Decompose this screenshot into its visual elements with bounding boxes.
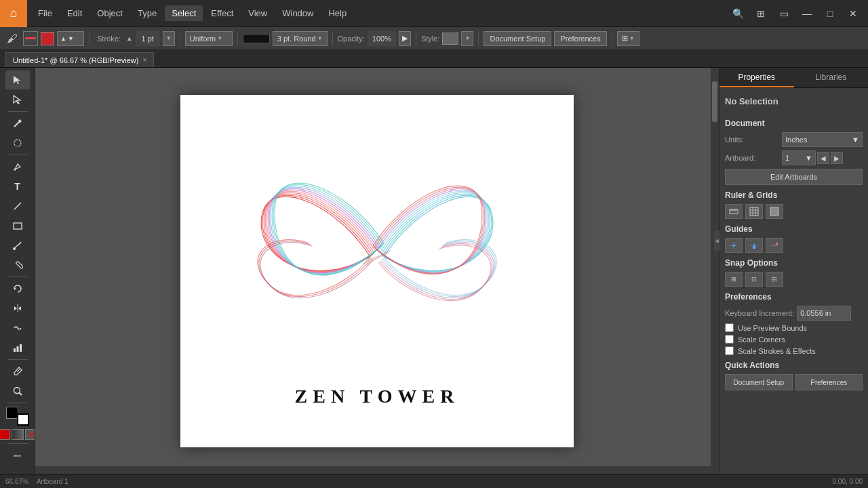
document-section-title: Document — [725, 119, 863, 128]
scale-corners-label[interactable]: Scale Corners — [738, 336, 785, 344]
snap-to-pixel-button[interactable]: ⊟ — [766, 272, 783, 287]
menu-right-icons: 🔍 ⊞ ▭ — □ ✕ — [728, 4, 868, 23]
separator-3 — [237, 32, 238, 45]
weight-dropdown-arrow[interactable]: ▼ — [163, 31, 175, 46]
guides-title: Guides — [725, 224, 863, 234]
show-guides-button[interactable] — [725, 238, 743, 253]
style-dropdown[interactable]: ▼ — [461, 31, 473, 46]
warp-tool[interactable] — [5, 319, 30, 338]
opacity-input[interactable] — [368, 31, 396, 46]
artboard-prev-button[interactable]: ◀ — [817, 152, 829, 164]
rotate-tool[interactable] — [5, 279, 30, 298]
units-dropdown[interactable]: Inches ▼ — [782, 132, 863, 147]
stroke-color-swatch[interactable] — [23, 31, 38, 46]
home-button[interactable]: ⌂ — [0, 0, 27, 27]
menu-view[interactable]: View — [241, 5, 274, 21]
reflect-tool[interactable] — [5, 299, 30, 318]
magic-wand-tool[interactable] — [5, 114, 30, 133]
menu-type[interactable]: Type — [131, 5, 163, 21]
edit-artboards-button[interactable]: Edit Artboards — [725, 169, 863, 185]
grid-button[interactable] — [745, 204, 763, 219]
snap-to-grid-button[interactable]: ⊞ — [725, 272, 743, 287]
menu-file[interactable]: File — [31, 5, 59, 21]
line-tool[interactable] — [5, 197, 30, 216]
guides-icons — [725, 238, 863, 253]
preferences-toolbar-button[interactable]: Preferences — [554, 31, 606, 46]
eyedropper-tool[interactable] — [5, 362, 30, 381]
lasso-tool[interactable] — [5, 134, 30, 152]
use-preview-bounds-checkbox[interactable] — [725, 323, 734, 332]
keyboard-increment-input[interactable] — [797, 306, 851, 321]
stroke-weight-up[interactable]: ▲ — [126, 35, 133, 42]
scroll-thumb-v[interactable] — [712, 81, 717, 122]
fill-stroke-colors[interactable] — [6, 407, 29, 426]
menu-object[interactable]: Object — [90, 5, 130, 21]
artboard-row: Artboard: 1 ▼ ◀ ▶ — [725, 150, 863, 165]
document-setup-button[interactable]: Document Setup — [484, 31, 551, 46]
preferences-quick-button[interactable]: Preferences — [795, 374, 863, 390]
artboard-select[interactable]: 1 ▼ — [782, 150, 816, 165]
menu-edit[interactable]: Edit — [60, 5, 89, 21]
panel-collapse-handle[interactable]: ◀ — [714, 230, 719, 251]
menu-select[interactable]: Select — [165, 5, 203, 21]
panel-arrange-icon[interactable]: ▭ — [774, 4, 793, 23]
menu-effect[interactable]: Effect — [204, 5, 240, 21]
scale-corners-row: Scale Corners — [725, 335, 863, 344]
rectangle-tool[interactable] — [5, 216, 30, 235]
stroke-weight-input[interactable] — [136, 31, 160, 46]
direct-selection-tool[interactable] — [5, 90, 30, 109]
more-tools[interactable]: ••• — [5, 446, 30, 465]
tab-close-button[interactable]: × — [142, 56, 146, 64]
separator-7 — [612, 32, 612, 45]
lock-guides-button[interactable] — [745, 238, 763, 253]
horizontal-scrollbar[interactable] — [35, 466, 711, 474]
style-swatch[interactable] — [442, 33, 458, 45]
use-preview-bounds-label[interactable]: Use Preview Bounds — [738, 324, 807, 332]
gradient-mode[interactable] — [12, 429, 24, 440]
graph-tool[interactable] — [5, 338, 30, 357]
opacity-arrow[interactable]: ▶ — [399, 31, 411, 46]
menu-items: File Edit Object Type Select Effect View… — [27, 5, 357, 21]
zoom-tool[interactable] — [5, 382, 30, 401]
solid-color-mode[interactable] — [0, 429, 10, 440]
tab-libraries[interactable]: Libraries — [794, 68, 869, 87]
clear-guides-button[interactable] — [766, 238, 783, 253]
maximize-button[interactable]: □ — [821, 4, 840, 23]
search-icon[interactable]: 🔍 — [728, 4, 747, 23]
svg-line-3 — [14, 203, 21, 209]
pixel-grid-button[interactable] — [766, 204, 783, 219]
menu-help[interactable]: Help — [321, 5, 353, 21]
infinity-artwork — [235, 155, 519, 359]
type-tool[interactable]: T — [5, 177, 30, 196]
svg-rect-4 — [14, 223, 22, 229]
tab-properties[interactable]: Properties — [719, 68, 794, 87]
scale-corners-checkbox[interactable] — [725, 335, 734, 344]
pencil-tool[interactable] — [5, 256, 30, 274]
arrange-button[interactable]: ⊞ ▼ — [617, 31, 639, 46]
uniform-dropdown[interactable]: Uniform ▼ — [185, 31, 233, 46]
document-setup-quick-button[interactable]: Document Setup — [725, 374, 793, 390]
fill-color-swatch[interactable] — [41, 32, 54, 45]
artboard-nav: 1 ▼ ◀ ▶ — [782, 150, 843, 165]
scale-strokes-checkbox[interactable] — [725, 346, 734, 355]
snap-to-point-button[interactable]: ⊡ — [745, 272, 763, 287]
scale-strokes-label[interactable]: Scale Strokes & Effects — [738, 347, 816, 355]
rulers-button[interactable] — [725, 204, 743, 219]
artboard-next-button[interactable]: ▶ — [831, 152, 843, 164]
vertical-scrollbar[interactable] — [711, 68, 719, 474]
stroke-color-indicator[interactable] — [17, 413, 29, 426]
canvas-area[interactable]: ZEN TOWER — [35, 68, 719, 474]
none-color-mode[interactable]: ✕ — [25, 429, 36, 440]
selection-tool[interactable] — [5, 70, 30, 89]
cap-dropdown[interactable]: 3 pt. Round ▼ — [273, 31, 328, 46]
svg-rect-11 — [20, 344, 22, 352]
close-button[interactable]: ✕ — [844, 4, 863, 23]
document-tab[interactable]: Untitled-1* @ 66.67 % (RGB/Preview) × — [5, 52, 154, 67]
pen-tool[interactable] — [5, 157, 30, 176]
menu-window[interactable]: Window — [275, 5, 320, 21]
minimize-button[interactable]: — — [797, 4, 816, 23]
svg-rect-6 — [16, 261, 23, 268]
paintbrush-tool[interactable] — [5, 236, 30, 255]
stroke-dropdown[interactable]: ▲ ▼ — [57, 31, 84, 46]
workspace-icon[interactable]: ⊞ — [751, 4, 770, 23]
